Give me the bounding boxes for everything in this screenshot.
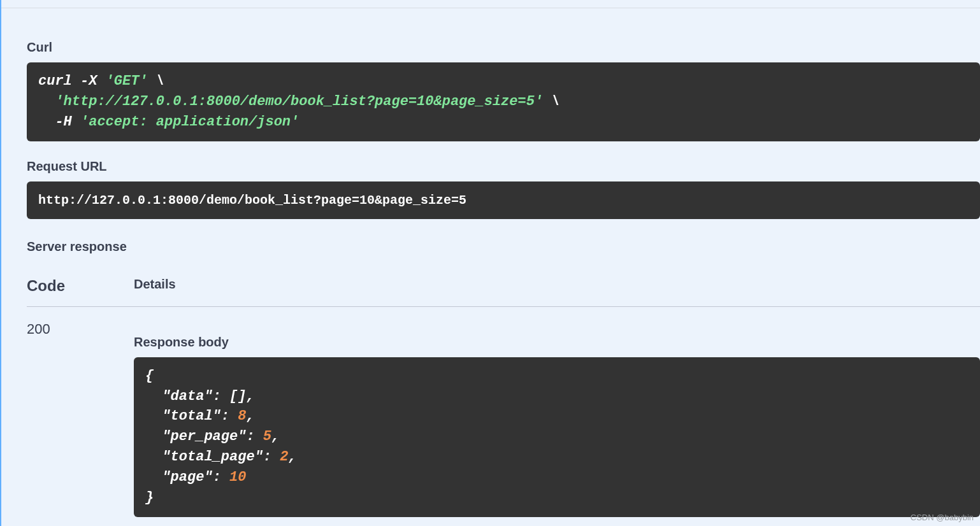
top-divider [1, 8, 980, 8]
curl-label: Curl [27, 40, 980, 55]
swagger-response-panel: Curl curl -X 'GET' \ 'http://127.0.0.1:8… [0, 0, 980, 526]
response-row: 200 Response body { "data": [], "total":… [27, 321, 980, 517]
response-table-header: Code Details [27, 277, 980, 307]
request-url-text[interactable]: http://127.0.0.1:8000/demo/book_list?pag… [38, 193, 969, 208]
response-body-text[interactable]: { "data": [], "total": 8, "per_page": 5,… [145, 366, 969, 508]
details-column-header: Details [134, 277, 176, 295]
code-column-header: Code [27, 277, 134, 295]
response-body-block: { "data": [], "total": 8, "per_page": 5,… [134, 357, 980, 517]
curl-command-text[interactable]: curl -X 'GET' \ 'http://127.0.0.1:8000/d… [38, 71, 969, 132]
watermark-text: CSDN @babybin [911, 513, 974, 522]
response-details: Response body { "data": [], "total": 8, … [134, 321, 980, 517]
response-body-label: Response body [134, 335, 980, 350]
server-response-label: Server response [27, 239, 980, 254]
status-code: 200 [27, 321, 134, 338]
request-url-block: http://127.0.0.1:8000/demo/book_list?pag… [27, 181, 980, 219]
request-url-label: Request URL [27, 159, 980, 174]
curl-command-block: curl -X 'GET' \ 'http://127.0.0.1:8000/d… [27, 62, 980, 141]
